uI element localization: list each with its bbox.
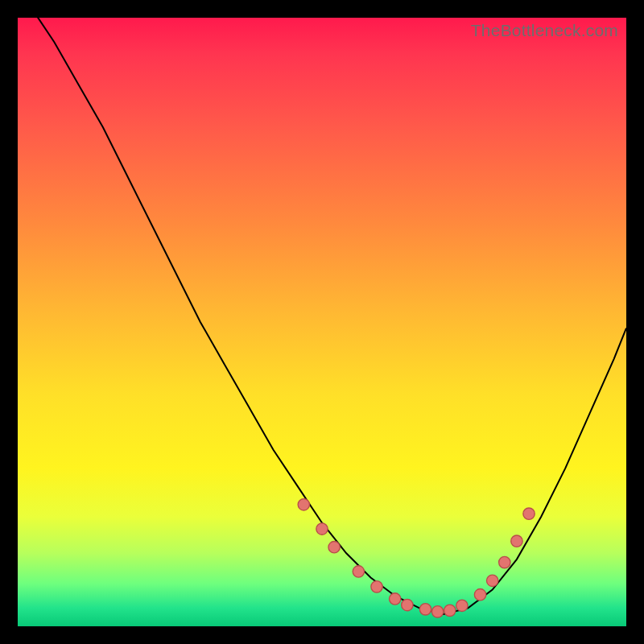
data-point (419, 604, 431, 615)
data-point (511, 535, 522, 547)
data-point (486, 575, 497, 586)
chart-frame: TheBottleneck.com (0, 0, 644, 644)
data-point (431, 606, 443, 617)
data-point (390, 593, 401, 605)
data-point (474, 589, 485, 601)
data-point (353, 566, 364, 577)
data-point (499, 556, 510, 568)
plot-area: TheBottleneck.com (18, 18, 626, 626)
data-point (371, 581, 382, 592)
data-point (328, 542, 340, 553)
data-point (444, 605, 456, 616)
data-point (316, 523, 328, 535)
curve-layer (18, 18, 626, 626)
bottleneck-curve (30, 6, 626, 614)
data-point (402, 599, 413, 610)
curve-points (298, 499, 535, 617)
data-point (298, 499, 309, 510)
data-point (523, 508, 535, 519)
data-point (456, 600, 468, 611)
